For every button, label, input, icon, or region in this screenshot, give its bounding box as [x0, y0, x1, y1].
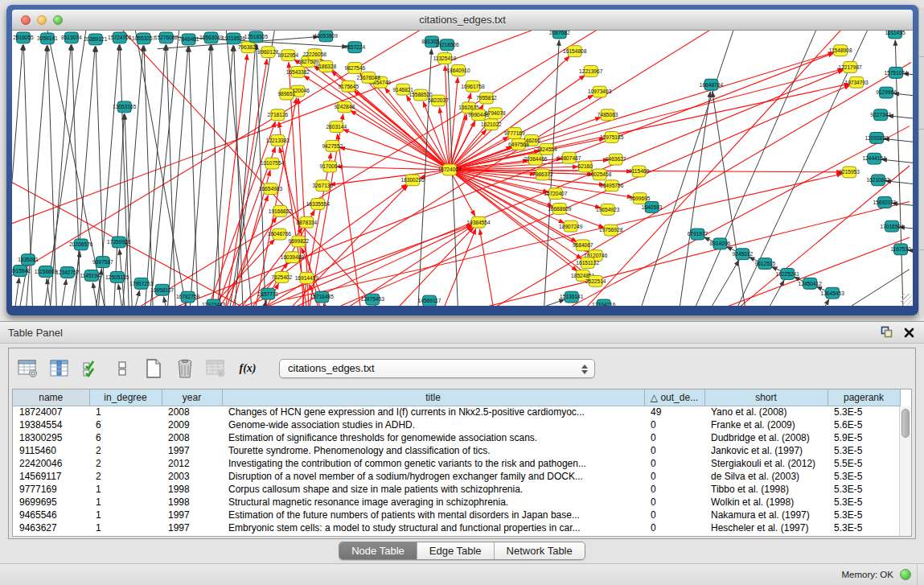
close-panel-icon[interactable]: [904, 327, 914, 341]
graph-node[interactable]: 3915941: [12, 266, 31, 277]
new-table-button[interactable]: [142, 357, 165, 380]
table-row[interactable]: 2242004622012Investigating the contribut…: [13, 457, 900, 470]
table-row[interactable]: 969969511998Structural magnetic resonanc…: [13, 496, 900, 509]
graph-node[interactable]: 62160: [578, 161, 593, 172]
table-row[interactable]: 946362711997Embryonic stem cells: a mode…: [13, 521, 900, 534]
graph-node[interactable]: 20206576: [69, 239, 93, 250]
network-window[interactable]: citations_edges.txt 18724007113254191864…: [6, 5, 918, 315]
graph-node[interactable]: 10553257: [132, 33, 156, 44]
graph-node[interactable]: 12213967: [579, 65, 603, 76]
tab-network-table[interactable]: Network Table: [495, 542, 585, 559]
graph-node[interactable]: 8513074: [61, 32, 82, 43]
graph-node[interactable]: 2516055: [13, 32, 34, 43]
graph-node[interactable]: 9463627: [606, 154, 626, 165]
graph-node[interactable]: 1011435: [885, 31, 905, 39]
network-canvas[interactable]: 1872400711325419186409101696175879558121…: [12, 31, 913, 306]
network-view[interactable]: 1872400711325419186409101696175879558121…: [12, 31, 913, 306]
graph-node[interactable]: 16648784: [700, 79, 724, 90]
graph-node[interactable]: 15720407: [544, 188, 568, 200]
graph-node[interactable]: 12093832: [864, 133, 889, 144]
column-header-title[interactable]: title: [222, 389, 644, 406]
graph-node[interactable]: 9129966: [876, 87, 897, 98]
graph-node[interactable]: 2803144: [326, 122, 347, 133]
table-scrollbar[interactable]: [899, 406, 911, 536]
graph-node[interactable]: 18640910: [446, 65, 470, 76]
graph-node[interactable]: 11325419: [433, 53, 457, 64]
graph-node[interactable]: 10107554: [261, 158, 285, 169]
graph-node[interactable]: 9612515: [755, 258, 776, 270]
graph-node[interactable]: 9245012: [733, 249, 754, 260]
graph-node[interactable]: 7955812: [476, 93, 497, 104]
column-header-in_degree[interactable]: in_degree: [89, 389, 162, 406]
table-selector-dropdown[interactable]: citations_edges.txt: [279, 359, 595, 378]
graph-node[interactable]: 16961758: [461, 80, 485, 92]
table-row[interactable]: 911546021997Tourette syndrome. Phenomeno…: [13, 444, 900, 457]
select-columns-button[interactable]: [80, 357, 102, 380]
tab-edge-table[interactable]: Edge Table: [417, 542, 495, 559]
graph-node[interactable]: 9397587: [92, 257, 113, 268]
function-builder-button[interactable]: f(x): [236, 357, 259, 380]
table-row[interactable]: 1938455462009Genome-wide association stu…: [13, 418, 900, 431]
graph-node[interactable]: 20364486: [524, 154, 548, 165]
table-settings-button[interactable]: [17, 357, 39, 380]
graph-node[interactable]: 9827546: [344, 63, 365, 74]
graph-node[interactable]: 13053165: [113, 101, 137, 113]
graph-node[interactable]: 16958107: [150, 284, 175, 295]
graph-node[interactable]: 12505135: [105, 271, 129, 282]
graph-node[interactable]: 16654983: [259, 183, 283, 195]
graph-node[interactable]: 1167530: [890, 244, 910, 255]
column-header-short[interactable]: short: [704, 389, 827, 406]
graph-node[interactable]: 15692071: [873, 197, 897, 208]
tab-node-table[interactable]: Node Table: [339, 542, 417, 559]
graph-node[interactable]: 1335061: [18, 254, 39, 266]
graph-node[interactable]: 9227343: [870, 109, 891, 121]
graph-node[interactable]: 9115460: [629, 166, 649, 177]
graph-node[interactable]: 8960128: [258, 47, 279, 58]
show-column-button[interactable]: [48, 357, 71, 380]
table-row[interactable]: 977716911998Corpus callosum shape and si…: [13, 483, 900, 496]
graph-node[interactable]: 7846461: [179, 34, 199, 45]
delete-trash-button[interactable]: [174, 357, 196, 380]
table-row[interactable]: 1456911722003Disruption of a novel membe…: [13, 470, 900, 483]
window-resize-grip[interactable]: [901, 294, 912, 305]
graph-node[interactable]: 15136141: [560, 291, 584, 303]
table-row[interactable]: 1830029562008Estimation of significance …: [13, 431, 900, 444]
graph-node[interactable]: 8912954: [278, 50, 299, 61]
graph-node[interactable]: 2087682: [549, 31, 570, 39]
graph-node[interactable]: 17334216: [592, 299, 616, 306]
graph-node[interactable]: 989651: [277, 89, 295, 100]
graph-node[interactable]: 7963822: [238, 42, 259, 53]
graph-node[interactable]: 19166822: [269, 205, 293, 216]
graph-node[interactable]: 16563049: [199, 32, 224, 43]
column-header-pagerank[interactable]: pagerank: [827, 389, 900, 406]
graph-node[interactable]: 8914096: [710, 238, 731, 249]
graph-node[interactable]: 18300295: [400, 175, 425, 186]
float-panel-icon[interactable]: [881, 326, 893, 341]
graph-node[interactable]: 15724766: [108, 32, 132, 43]
graph-node[interactable]: 14569117: [418, 295, 441, 306]
graph-node[interactable]: 7857224: [344, 42, 365, 53]
graph-node[interactable]: 16053809: [314, 31, 339, 42]
column-header-out_de[interactable]: △ out_de...: [644, 389, 704, 406]
row-height-button[interactable]: [111, 357, 133, 380]
graph-node[interactable]: 11156869: [35, 266, 58, 278]
graph-node[interactable]: 15276062: [154, 32, 179, 43]
graph-node[interactable]: 9699822: [289, 236, 310, 247]
graph-node[interactable]: 16210643: [866, 175, 890, 186]
graph-node[interactable]: 16782759: [176, 291, 200, 303]
graph-node[interactable]: 16154808: [563, 46, 587, 57]
graph-node[interactable]: 19654923: [596, 204, 620, 215]
graph-node[interactable]: 7625402: [272, 271, 293, 282]
graph-node[interactable]: 20369121: [84, 34, 108, 45]
graph-node[interactable]: 10688609: [548, 203, 572, 214]
graph-node[interactable]: 8215953: [839, 167, 860, 178]
graph-node[interactable]: 12923443: [202, 299, 226, 306]
column-header-name[interactable]: name: [13, 389, 89, 406]
graph-node[interactable]: 13645453: [821, 287, 845, 299]
graph-node[interactable]: 3824554: [536, 143, 557, 154]
graph-node[interactable]: 18495756: [600, 180, 624, 192]
scrollbar-thumb[interactable]: [901, 409, 910, 438]
graph-node[interactable]: 12217987: [838, 62, 862, 73]
column-header-year[interactable]: year: [162, 389, 222, 406]
table-row[interactable]: 1872400712008Changes of HCN gene express…: [13, 406, 900, 418]
